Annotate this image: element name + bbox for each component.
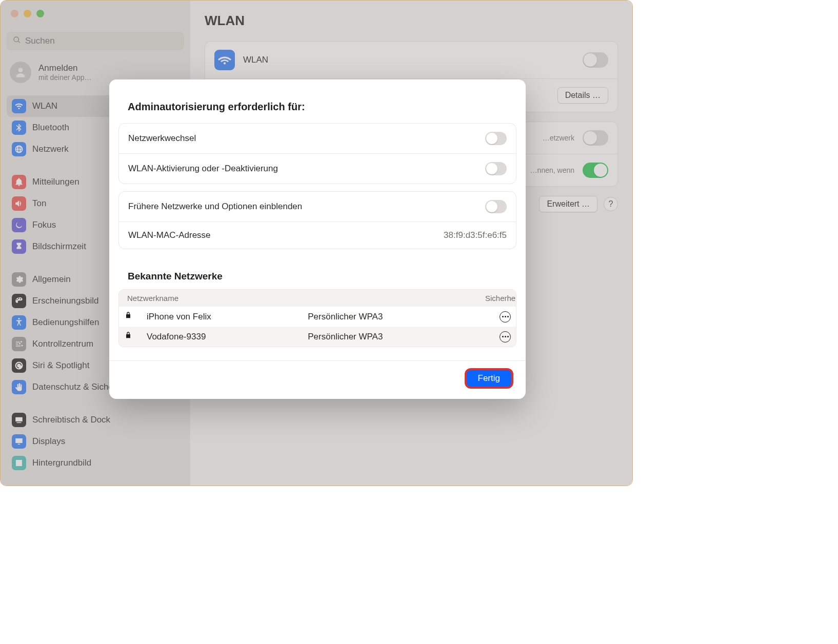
- done-button[interactable]: Fertig: [467, 370, 511, 387]
- known-networks-table: Netzwerkname Sicherheitstyp iPhone von F…: [118, 289, 516, 347]
- lock-icon: [124, 311, 147, 323]
- modal-heading: Adminautorisierung erforderlich für:: [109, 94, 526, 123]
- label-network-change: Netzwerkwechsel: [128, 133, 196, 144]
- lock-icon: [124, 331, 147, 343]
- label-wlan-toggle: WLAN-Aktivierung oder -Deaktivierung: [128, 164, 278, 174]
- admin-modal: Adminautorisierung erforderlich für: Net…: [109, 79, 526, 399]
- toggle-wlan-activation[interactable]: [485, 162, 507, 175]
- network-security: Persönlicher WPA3: [308, 312, 485, 322]
- row-wlan-toggle: WLAN-Aktivierung oder -Deaktivierung: [119, 153, 516, 184]
- network-security: Persönlicher WPA3: [308, 332, 485, 342]
- network-name: Vodafone-9339: [147, 332, 308, 342]
- row-network-change: Netzwerkwechsel: [119, 124, 516, 153]
- col-security: Sicherheitstyp: [485, 294, 511, 303]
- label-show-prev: Frühere Netzwerke und Optionen einblende…: [128, 202, 302, 212]
- more-icon[interactable]: [500, 311, 511, 323]
- options-card: Frühere Netzwerke und Optionen einblende…: [118, 191, 516, 249]
- more-icon[interactable]: [500, 331, 511, 343]
- toggle-show-prev[interactable]: [485, 200, 507, 213]
- admin-toggles-card: Netzwerkwechsel WLAN-Aktivierung oder -D…: [118, 123, 516, 184]
- label-mac-address: WLAN-MAC-Adresse: [128, 230, 211, 240]
- table-row[interactable]: iPhone von FelixPersönlicher WPA3: [119, 307, 516, 327]
- known-networks-heading: Bekannte Netzwerke: [109, 256, 526, 289]
- row-show-prev: Frühere Netzwerke und Optionen einblende…: [119, 192, 516, 222]
- table-header: Netzwerkname Sicherheitstyp: [119, 290, 516, 307]
- col-name: Netzwerkname: [124, 294, 308, 303]
- toggle-network-change[interactable]: [485, 132, 507, 145]
- table-row[interactable]: Vodafone-9339Persönlicher WPA3: [119, 327, 516, 347]
- network-name: iPhone von Felix: [147, 312, 308, 322]
- value-mac-address: 38:f9:d3:5f:e6:f5: [444, 230, 507, 240]
- row-mac-address: WLAN-MAC-Adresse 38:f9:d3:5f:e6:f5: [119, 222, 516, 249]
